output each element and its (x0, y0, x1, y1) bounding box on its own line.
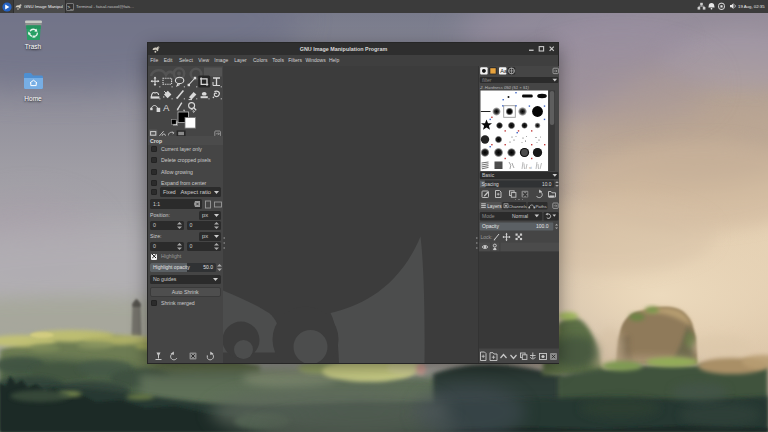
svg-text:Basic: Basic (482, 172, 495, 178)
svg-text:Aa: Aa (500, 68, 508, 74)
svg-text:Layers: Layers (487, 203, 502, 208)
svg-text:Mode: Mode (482, 213, 495, 219)
svg-text:Spacing: Spacing (481, 181, 499, 186)
svg-text:Lock:: Lock: (480, 233, 492, 239)
svg-text:10.0: 10.0 (542, 181, 552, 186)
svg-text:Opacity: Opacity (482, 223, 499, 229)
svg-text:A: A (163, 101, 170, 112)
svg-text:2. Hardness 050 (51 × 51): 2. Hardness 050 (51 × 51) (479, 85, 529, 90)
svg-text:Paths: Paths (535, 203, 547, 208)
svg-text:Normal: Normal (512, 213, 528, 219)
svg-text:100.0: 100.0 (536, 223, 549, 229)
svg-text:filter: filter (482, 76, 492, 82)
svg-text:Channels: Channels (508, 203, 527, 208)
svg-text:st: st (529, 166, 532, 170)
